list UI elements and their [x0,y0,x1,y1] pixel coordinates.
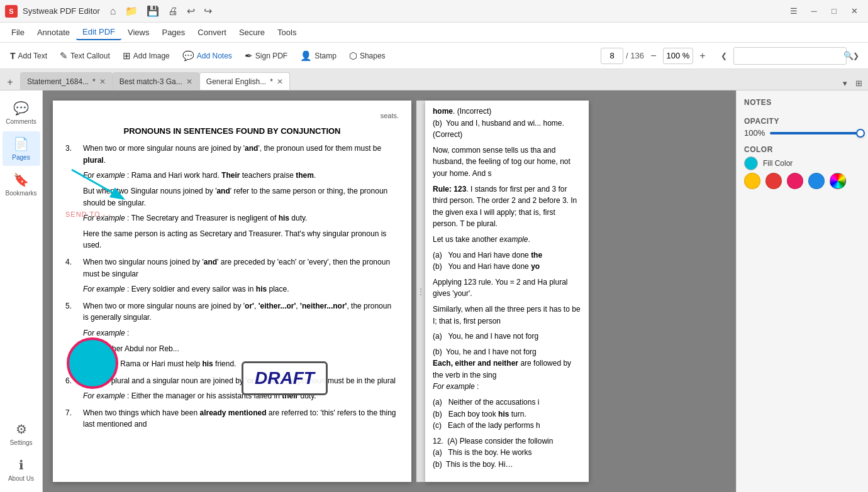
pdf-page-right: home. (Incorrect) (b) You and I, husband… [425,101,589,482]
sidebar-item-bookmarks-label: Bookmarks [5,190,36,197]
color-multicolor[interactable] [830,173,846,189]
sidebar-item-settings[interactable]: ⚙ Settings [3,417,40,451]
menu-file[interactable]: File [5,25,31,40]
fill-color-dot [744,156,758,170]
menu-secure[interactable]: Secure [233,25,271,40]
shapes-icon: ⬡ [349,50,357,62]
shapes-button[interactable]: ⬡ Shapes [344,48,391,64]
app-logo: S [5,5,18,18]
save-icon[interactable]: 💾 [147,5,159,17]
color-blue[interactable] [808,173,825,189]
resize-handle[interactable]: ⋮ [416,101,425,482]
menubar: File Annotate Edit PDF Views Pages Conve… [0,23,868,43]
circle-annotation [67,337,118,389]
add-notes-icon: 💬 [182,50,194,62]
comments-icon: 💬 [13,101,29,116]
sidebar-item-bookmarks[interactable]: 🔖 Bookmarks [3,167,40,202]
text-callout-button[interactable]: ✎ Text Callout [55,48,115,64]
color-pink[interactable] [787,173,803,189]
notes-title: NOTES [744,98,860,107]
stamp-button[interactable]: 👤 Stamp [295,48,342,64]
send-annotation: SEND TO - - [65,210,111,218]
page-number-input[interactable] [601,48,623,64]
minimize-button[interactable]: ─ [805,3,823,20]
close-button[interactable]: ✕ [845,3,863,20]
tab-bestmatch-close[interactable]: ✕ [186,77,192,86]
menu-editpdf[interactable]: Edit PDF [76,25,121,40]
text-callout-icon: ✎ [60,50,68,62]
opacity-slider[interactable] [770,132,860,134]
draft-text: DRAFT [255,368,314,388]
add-tab-button[interactable]: + [3,75,18,90]
print-icon[interactable]: 🖨 [168,6,178,17]
add-text-button[interactable]: T Add Text [5,48,52,63]
pdf-content-left: seats. PRONOUNS IN SENTENCES FOUND BY CO… [53,101,411,446]
sign-pdf-button[interactable]: ✒ Sign PDF [240,48,292,64]
zoom-in-button[interactable]: + [696,49,709,63]
undo-icon[interactable]: ↩ [187,5,195,17]
tab-bestmatch-label: Best match-3 Ga... [120,77,182,86]
color-label: COLOR [744,145,860,154]
pages-icon: 📄 [13,136,29,151]
svg-line-1 [72,170,122,198]
opacity-label: OPACITY [744,117,860,126]
toolbar: T Add Text ✎ Text Callout ⊞ Add Image 💬 … [0,43,868,69]
color-yellow[interactable] [744,173,760,189]
home-icon[interactable]: ⌂ [110,6,116,17]
search-input[interactable] [738,51,843,60]
sidebar-item-pages-label: Pages [12,154,30,161]
pdf-top-text: seats. [65,111,399,121]
add-text-label: Add Text [18,52,47,60]
tab-general-english-label: General English... [206,77,266,86]
menu-convert[interactable]: Convert [191,25,233,40]
settings-icon: ⚙ [16,422,27,437]
menu-icon[interactable]: ☰ [785,3,803,20]
page-total: / 136 [626,51,644,60]
add-image-label: Add Image [133,52,170,60]
pdf-content-right: home. (Incorrect) (b) You and I, husband… [425,101,589,476]
add-notes-button[interactable]: 💬 Add Notes [177,48,237,64]
fill-color-label: Fill Color [763,159,793,168]
menu-pages[interactable]: Pages [155,25,191,40]
opacity-row: 100% [744,128,860,138]
tab-bestmatch[interactable]: Best match-3 Ga... ✕ [113,72,199,90]
zoom-input[interactable] [663,48,693,64]
menu-tools[interactable]: Tools [271,25,303,40]
tab-statement-close[interactable]: ✕ [99,77,106,86]
tabs-expand-button[interactable]: ⊞ [852,76,865,90]
menu-annotate[interactable]: Annotate [31,25,76,40]
about-icon: ℹ [19,457,24,473]
menu-views[interactable]: Views [121,25,155,40]
tab-general-english-modified: * [270,77,273,86]
add-image-button[interactable]: ⊞ Add Image [118,48,175,64]
pdf-item-6: 6. When a plural and a singular noun are… [65,375,399,402]
app-name: Systweak PDF Editor [23,6,100,16]
zoom-out-button[interactable]: − [647,49,660,63]
pdf-item-7: 7. When two things which have been alrea… [65,407,399,430]
titlebar-icons: ⌂ 📁 💾 🖨 ↩ ↪ [110,5,212,17]
sign-pdf-label: Sign PDF [255,52,287,60]
opacity-thumb [856,129,865,138]
color-red[interactable] [765,173,782,189]
tab-general-english[interactable]: General English... * ✕ [199,72,290,90]
redo-icon[interactable]: ↪ [204,5,212,17]
shapes-label: Shapes [360,52,386,60]
tab-statement[interactable]: Statement_1684... * ✕ [20,72,113,90]
next-page-button[interactable]: ❯ [849,49,863,63]
fill-color-row: Fill Color [744,156,860,170]
tab-general-english-close[interactable]: ✕ [277,77,283,86]
add-text-icon: T [10,51,16,61]
sidebar-item-pages[interactable]: 📄 Pages [3,131,40,166]
add-image-icon: ⊞ [123,50,131,62]
maximize-button[interactable]: □ [825,3,843,20]
tabs-bar: + Statement_1684... * ✕ Best match-3 Ga.… [0,69,868,90]
tabs-dropdown-button[interactable]: ▾ [838,76,852,90]
text-callout-label: Text Callout [70,52,110,60]
prev-page-button[interactable]: ❮ [717,49,731,63]
sidebar-item-comments[interactable]: 💬 Comments [3,96,40,130]
sidebar-item-about[interactable]: ℹ About Us [3,452,40,487]
folder-icon[interactable]: 📁 [125,5,138,17]
color-section: COLOR Fill Color [744,145,860,189]
notes-panel: NOTES OPACITY 100% COLOR Fill Color [736,90,868,492]
pdf-heading: PRONOUNS IN SENTENCES FOUND BY CONJUNCTI… [65,125,399,138]
